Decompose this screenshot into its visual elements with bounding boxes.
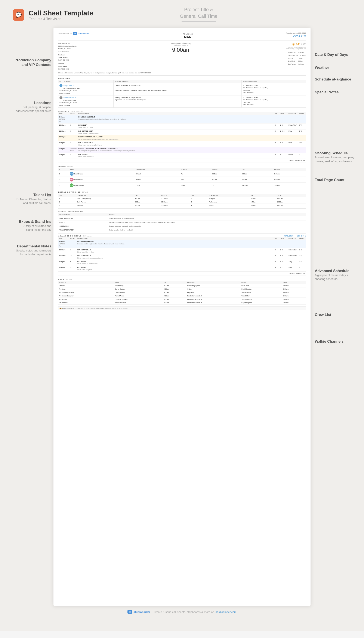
studiobinder-logo-text: studiobinder xyxy=(78,33,90,35)
annotation-locations-title: Locations xyxy=(6,101,51,105)
adv-loc-3: Skipp's Bar xyxy=(288,254,298,260)
adv-row-3: 10:30am 12 INT. SKIPP'S BAR Stuart perfo… xyxy=(58,254,306,260)
adv-loc-1 xyxy=(288,240,298,248)
talent-table: # NAME CHARACTER STATUS PICKUP CALL ON S… xyxy=(58,168,306,188)
sched-col-time: TIME xyxy=(58,112,69,115)
right-annotation-weather-title: Weather xyxy=(315,65,358,70)
sched-total-pages-row: TOTAL PAGES: 6 4/8 xyxy=(58,159,306,163)
talent-3-onset: 10:40am xyxy=(273,183,306,188)
schedule-glance: Crew Call: 9:00am Shooting Call: 10:00am… xyxy=(288,51,306,66)
adv-scene-4: 9 xyxy=(69,260,76,266)
crew-1-call2: 9:00am xyxy=(282,284,306,287)
crew-6-call2: 9:00am xyxy=(282,301,306,304)
si-notes-4: Extra vans for shuttles from hotel. xyxy=(108,228,306,232)
adv-cast-4: 4, 6 xyxy=(279,260,288,266)
doc-logo-block: Call Sheet made with SB studiobinder xyxy=(58,32,90,35)
talent-2-call: 9:00am xyxy=(241,177,274,183)
main-layout: Production Companyand VIP Contacts Locat… xyxy=(0,28,364,606)
second-meal: 2nd Meal: 6:00pm xyxy=(288,60,306,63)
sched-desc-2: EXT. ALLEY Stuart waits for Claire. xyxy=(78,124,274,129)
ext-1-call1: 8:30am xyxy=(134,197,160,200)
ext-3-qty1: 3 xyxy=(58,204,76,207)
crew-3-pos2: Key Grip xyxy=(186,291,240,294)
crew-3-name2: Josh Hammal xyxy=(240,291,282,294)
adv-row-5: 2:00pm 27 EXT. ALLEY Stuart tunes his gu… xyxy=(58,266,306,271)
adv-dn-2: D xyxy=(274,248,279,254)
talent-header-row: TALENT (3 Total) xyxy=(58,165,306,167)
ext-1-onset1: 10:30am xyxy=(160,197,190,200)
right-annotation-walkie: Walkie Channels xyxy=(315,339,358,344)
doc-right-info: ☀ 84° / 65° Sunrise 5:2a Sunset 4:15p Pa… xyxy=(286,42,306,66)
loc2-name: Cross Campus ↗ xyxy=(64,97,76,99)
sched-time-6: 2:00pm xyxy=(58,147,69,153)
adv-schedule-header-left: ADVANCED SCHEDULE (7 1/4 pages) xyxy=(58,235,92,237)
ext-col-char1: CHARACTER xyxy=(76,194,134,197)
talent-2-name: WDWilma Davis xyxy=(69,177,135,183)
loc1-hospital: UCLA Medica Center757 Westwood Plaza, Lo… xyxy=(242,83,306,96)
talent-1-num: 1 xyxy=(58,171,69,177)
adv-schedule-header-row: ADVANCED SCHEDULE (7 1/4 pages) June, 20… xyxy=(58,235,306,237)
shooting-call: Shooting Call: 10:00am xyxy=(288,54,306,57)
right-annotation-advanced-title: Advanced Schedule xyxy=(315,269,358,273)
talent-1-status: W xyxy=(180,171,211,177)
talent-3-num: 6 xyxy=(58,183,69,188)
crew-4-name2: Troy Cliffton xyxy=(240,294,282,297)
sched-loc-2: Philz (Alley) xyxy=(288,124,298,129)
ext-col-qty1: QTY xyxy=(58,194,76,197)
header-title-block: Call Sheet Template Features & Televisio… xyxy=(29,9,93,21)
adv-cast-1 xyxy=(279,240,288,248)
ext-1-char2: Groupies xyxy=(208,197,250,200)
right-annotation-crew-title: Crew List xyxy=(315,312,358,317)
extras-row-1: 1 Mike Curtis (Stuart) 8:30am 10:30am 5 … xyxy=(58,197,306,200)
talent-3-call: 10:00am xyxy=(241,183,274,188)
annotation-locations-desc: Set, parking, & hospitaladdresses with s… xyxy=(6,105,51,113)
app-title: Call Sheet Template xyxy=(29,9,93,17)
loc1-name: Phily Coffee ↗ xyxy=(64,85,74,87)
adv-desc-4: EXT. ALLEY Stuart knocks on the backdoor… xyxy=(76,260,274,266)
contact-producer: Producer John Smith (123) 456-7890 xyxy=(58,54,76,62)
adv-schedule-header: ADVANCED SCHEDULE xyxy=(58,235,81,237)
crew-row-3: 1st Assistant Director David Halwell 9:0… xyxy=(58,291,306,294)
adv-schedule-table: TIME SCENE DESCRIPTION D/N CAST LOCATION… xyxy=(58,237,306,275)
sched-desc-1: LOAD IN EQUIPMENT Crew can load in equip… xyxy=(78,115,274,124)
studiobinder-logo-icon: SB xyxy=(73,32,77,35)
project-title: Project Title &General Call Time xyxy=(180,7,218,20)
ext-3-char1: Baristas xyxy=(76,204,134,207)
si-dept-1: GRIP & ELECTRIC xyxy=(58,216,108,220)
doc-center: TOURING MAN xyxy=(183,32,193,39)
general-call-label: General Crew Call xyxy=(170,45,192,47)
annotation-locations: Locations Set, parking, & hospitaladdres… xyxy=(6,101,51,113)
sched-scene-3: 6 xyxy=(69,129,78,135)
adv-loc-4: Alley xyxy=(288,260,298,266)
adv-col-scene: SCENE xyxy=(69,237,76,240)
sched-col-dn: D/N xyxy=(274,112,279,115)
adv-dn-4: N xyxy=(274,260,279,266)
adv-cast-2: 1, 8 xyxy=(279,248,288,254)
crew-2-pos1: Producer xyxy=(58,287,114,291)
sched-scene-2: 2 xyxy=(69,124,78,129)
right-annotation-advanced-desc: A glimpse of the next day'sshooting sche… xyxy=(315,273,358,281)
ext-2-onset2: 10:30am xyxy=(276,200,306,204)
ext-col-call2: CALL xyxy=(250,194,276,197)
talent-2-char: "Claire" xyxy=(135,177,180,183)
ext-1-char1: Mike Curtis (Stuart) xyxy=(76,197,134,200)
loc2-hospital: UCLA Medica Center757 Westwood Plaza, Lo… xyxy=(242,96,306,108)
crew-row-4: Production Designer Rafael Alexa 9:00am … xyxy=(58,294,306,297)
crew-row-2: Producer Darya Danish 9:00am Gaffer Davi… xyxy=(58,287,306,291)
right-annotation-walkie-title: Walkie Channels xyxy=(315,339,358,344)
call-time: 9:00am xyxy=(170,47,192,53)
si-dept-2: PROPS xyxy=(58,220,108,224)
annotation-dept-desc: Special notes and remindersfor particula… xyxy=(6,249,51,256)
weather-block: ☀ 84° / 65° Sunrise 5:2a Sunset 4:15p Pa… xyxy=(286,42,306,50)
footer-logo: SB studiobinder · Create & send call she… xyxy=(128,610,236,613)
talent-1-avatar: PS xyxy=(70,172,74,176)
sched-scene-4 xyxy=(69,135,78,141)
crew-6-name2: Edgar Ragham xyxy=(240,301,282,304)
talent-3-char: "Tony" xyxy=(135,183,180,188)
sched-pages-3: 2 ¹⁄₈ xyxy=(298,129,306,135)
walkie-channels: 📻 Walkie Channels: 1-Production 2-Open 3… xyxy=(58,306,306,310)
crew-5-name2: Tyson Connely xyxy=(240,297,282,301)
adv-col-dn: D/N xyxy=(274,237,279,240)
sched-time-2: 10:00am xyxy=(58,124,69,129)
sched-desc-6: 929 COLORADO AVE, SANTA MONICA, CA 90401… xyxy=(78,147,306,153)
